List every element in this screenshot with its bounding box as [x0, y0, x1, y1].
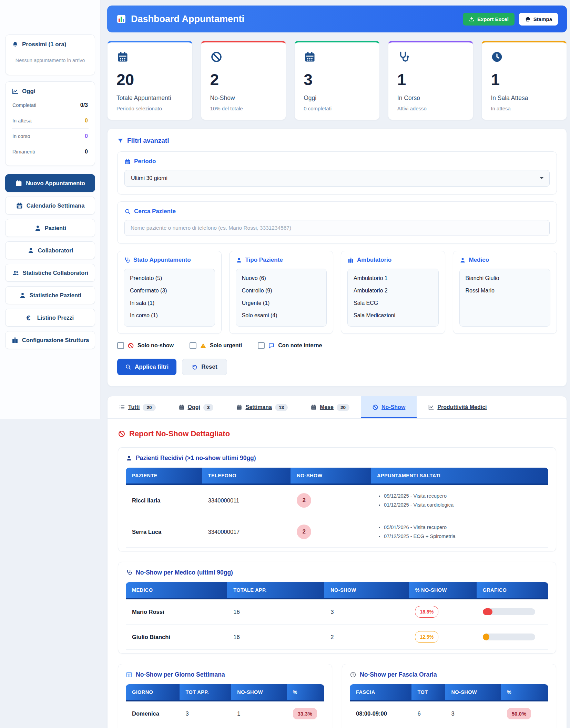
cell-totale: 16 [227, 599, 324, 625]
checkbox-solo-no-show[interactable]: Solo no-show [117, 342, 174, 349]
noshow-count-badge: 2 [297, 525, 311, 539]
col-no-show: % NO-SHOW [409, 582, 476, 599]
tab-tutti[interactable]: Tutti 20 [108, 396, 167, 418]
note-icon [268, 342, 275, 349]
sidebar-item-statistiche-pazienti[interactable]: Statistiche Pazienti [5, 286, 95, 304]
cell-pct: 18.8% [409, 599, 476, 625]
checkbox-label: Con note interne [278, 342, 322, 349]
filter-group-listbox[interactable]: Bianchi GiulioRossi Mario [459, 269, 551, 327]
option-controllo-9[interactable]: Controllo (9) [236, 285, 327, 297]
option-in-sala-1[interactable]: In sala (1) [124, 297, 215, 309]
col-telefono: TELEFONO [202, 468, 291, 484]
col-medico: MEDICO [126, 582, 227, 599]
missed-appointment: 09/12/2025 - Visita recupero [384, 491, 542, 500]
clock-filled-icon [491, 51, 503, 63]
cell-totale: 16 [227, 625, 324, 650]
bell-icon [12, 41, 19, 48]
option-prenotato-5[interactable]: Prenotato (5) [124, 272, 215, 285]
per-fascia-card: No-Show per Fascia Oraria FASCIATOTNO-SH… [342, 664, 556, 728]
sidebar-item-label: Statistiche Pazienti [30, 292, 81, 299]
sidebar-item-nuovo-appuntamento[interactable]: Nuovo Appuntamento [5, 174, 95, 192]
checkbox-box[interactable] [190, 342, 196, 349]
tab-produttivit-medici[interactable]: Produttività Medici [417, 396, 498, 418]
export-excel-button[interactable]: Export Excel [463, 13, 515, 26]
apply-filters-button[interactable]: Applica filtri [117, 359, 176, 375]
option-sala-medicazioni[interactable]: Sala Medicazioni [348, 309, 438, 322]
filter-group-listbox[interactable]: Prenotato (5)Confermato (3)In sala (1)In… [124, 269, 215, 327]
cell-tot: 3 [180, 726, 231, 728]
patient-search-input[interactable] [124, 220, 550, 236]
tab-oggi[interactable]: Oggi 3 [167, 396, 225, 418]
today-stat-label: Rimanenti [12, 149, 35, 154]
sidebar-item-collaboratori[interactable]: Collaboratori [5, 241, 95, 259]
col-paziente: PAZIENTE [126, 468, 202, 484]
no-show-report: Report No-Show Dettagliato Pazienti Reci… [108, 419, 567, 728]
cell-noshow: 2 [291, 516, 371, 548]
today-stat-rimanenti: Rimanenti 0 [12, 144, 89, 159]
per-giorno-title-row: No-Show per Giorno Settimana [126, 671, 324, 678]
stethoscope-icon [397, 51, 410, 63]
per-giorno-table: GIORNOTOT APP.NO-SHOW% Domenica 3 1 33.3… [126, 684, 324, 728]
stat-label: In Sala Attesa [491, 94, 558, 102]
checkbox-box[interactable] [117, 342, 124, 349]
option-ambulatorio-1[interactable]: Ambulatorio 1 [348, 272, 438, 285]
filter-group-listbox[interactable]: Ambulatorio 1Ambulatorio 2Sala ECGSala M… [347, 269, 439, 327]
missed-appointments-list: 09/12/2025 - Visita recupero01/12/2025 -… [377, 491, 542, 509]
per-medico-table: MEDICOTOTALE APP.NO-SHOW% NO-SHOWGRAFICO… [126, 582, 548, 650]
stat-value: 1 [491, 70, 558, 89]
cell-noshow: 2 [231, 726, 286, 728]
stat-card-oggi: 3 Oggi 0 completati [294, 41, 380, 120]
per-fascia-title-row: No-Show per Fascia Oraria [350, 671, 548, 678]
cell-giorno: Lunedì [126, 726, 180, 728]
option-sala-ecg[interactable]: Sala ECG [348, 297, 438, 309]
option-bianchi-giulio[interactable]: Bianchi Giulio [460, 272, 550, 285]
search-label-row: Cerca Paziente [124, 208, 550, 215]
header-bar: Dashboard Appuntamenti Export Excel Stam… [107, 6, 567, 32]
filter-group-tipo-paziente: Tipo Paziente Nuovo (6)Controllo (9)Urge… [229, 251, 334, 334]
sidebar-item-configurazione-struttura[interactable]: Configurazione Struttura [5, 331, 95, 349]
option-solo-esami-4[interactable]: Solo esami (4) [236, 309, 327, 322]
search-icon [124, 208, 131, 215]
option-urgente-1[interactable]: Urgente (1) [236, 297, 327, 309]
tab-settimana[interactable]: Settimana 13 [225, 396, 299, 418]
periodo-selected-value: Ultimi 30 giorni [131, 175, 167, 181]
filter-group-listbox[interactable]: Nuovo (6)Controllo (9)Urgente (1)Solo es… [236, 269, 327, 327]
tab-label: Oggi [188, 404, 200, 410]
sidebar-item-pazienti[interactable]: Pazienti [5, 219, 95, 237]
upcoming-empty-text: Nessun appuntamento in arrivo [13, 58, 87, 63]
tab-count-badge: 13 [275, 404, 288, 411]
calendar-icon [311, 404, 317, 410]
col-no-show: NO-SHOW [231, 684, 286, 701]
tab-label: Tutti [128, 404, 140, 410]
checkbox-box[interactable] [258, 342, 265, 349]
per-medico-title-row: No-Show per Medico (ultimi 90gg) [126, 569, 548, 576]
cell-noshow: 1 [445, 726, 500, 728]
print-button[interactable]: Stampa [519, 13, 558, 26]
table-row: Giulio Bianchi 16 2 12.5% [126, 625, 548, 650]
tab-mese[interactable]: Mese 20 [299, 396, 361, 418]
reset-button[interactable]: Reset [182, 359, 227, 375]
cell-medico: Mario Rossi [126, 599, 227, 625]
filter-group-label-row: Ambulatorio [347, 257, 439, 263]
cell-tot: 3 [180, 701, 231, 726]
option-in-corso-1[interactable]: In corso (1) [124, 309, 215, 322]
filter-group-label-row: Stato Appuntamento [124, 257, 215, 263]
periodo-select[interactable]: Ultimi 30 giorni [124, 170, 550, 187]
pct-badge: 18.8% [415, 606, 438, 618]
periodo-label-row: Periodo [124, 158, 550, 165]
tab-no-show[interactable]: No-Show [361, 396, 417, 418]
sidebar-item-calendario-settimana[interactable]: Calendario Settimana [5, 197, 95, 215]
checkbox-label: Solo urgenti [210, 342, 242, 349]
option-nuovo-6[interactable]: Nuovo (6) [236, 272, 327, 285]
sidebar-item-statistiche-collaboratori[interactable]: Statistiche Collaboratori [5, 264, 95, 282]
option-confermato-3[interactable]: Confermato (3) [124, 285, 215, 297]
sidebar-nav: Nuovo Appuntamento Calendario Settimana … [5, 174, 95, 349]
option-ambulatorio-2[interactable]: Ambulatorio 2 [348, 285, 438, 297]
today-stats: Completati 0/3 In attesa 0 In corso 0 Ri… [12, 98, 89, 159]
checkbox-solo-urgenti[interactable]: Solo urgenti [190, 342, 242, 349]
main-content: Dashboard Appuntamenti Export Excel Stam… [101, 0, 570, 728]
stat-card-no-show: 2 No-Show 10% del totale [201, 41, 286, 120]
sidebar-item-listino-prezzi[interactable]: €Listino Prezzi [5, 309, 95, 327]
option-rossi-mario[interactable]: Rossi Mario [460, 285, 550, 297]
checkbox-con-note-interne[interactable]: Con note interne [258, 342, 322, 349]
